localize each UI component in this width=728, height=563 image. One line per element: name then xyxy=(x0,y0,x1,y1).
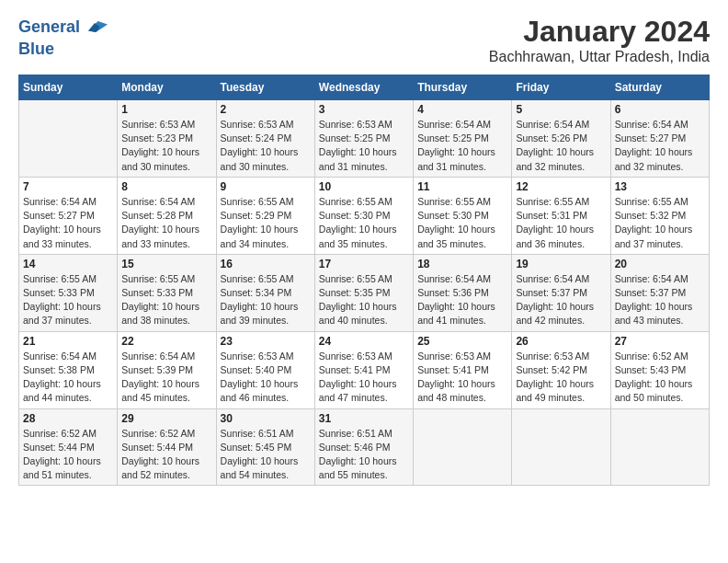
day-info: Sunrise: 6:52 AM Sunset: 5:44 PM Dayligh… xyxy=(23,428,101,481)
calendar-cell: 17Sunrise: 6:55 AM Sunset: 5:35 PM Dayli… xyxy=(314,254,413,331)
day-info: Sunrise: 6:54 AM Sunset: 5:27 PM Dayligh… xyxy=(615,119,693,172)
calendar-cell xyxy=(610,408,709,486)
col-header-sunday: Sunday xyxy=(19,75,118,100)
col-header-saturday: Saturday xyxy=(610,75,709,100)
calendar-week-5: 28Sunrise: 6:52 AM Sunset: 5:44 PM Dayli… xyxy=(19,408,710,486)
day-number: 2 xyxy=(221,103,311,116)
day-info: Sunrise: 6:53 AM Sunset: 5:23 PM Dayligh… xyxy=(121,119,199,172)
day-number: 19 xyxy=(516,258,606,270)
day-info: Sunrise: 6:55 AM Sunset: 5:29 PM Dayligh… xyxy=(221,196,299,249)
calendar-cell: 4Sunrise: 6:54 AM Sunset: 5:25 PM Daylig… xyxy=(414,100,512,178)
day-number: 5 xyxy=(516,103,606,116)
calendar-cell: 26Sunrise: 6:53 AM Sunset: 5:42 PM Dayli… xyxy=(512,331,610,408)
calendar-cell: 5Sunrise: 6:54 AM Sunset: 5:26 PM Daylig… xyxy=(512,100,610,178)
day-number: 28 xyxy=(23,412,113,425)
day-number: 23 xyxy=(221,335,311,348)
page: General Blue January 2024 Bachhrawan, Ut… xyxy=(0,0,728,563)
calendar-cell: 31Sunrise: 6:51 AM Sunset: 5:46 PM Dayli… xyxy=(314,408,413,486)
col-header-friday: Friday xyxy=(512,75,610,100)
calendar-week-2: 7Sunrise: 6:54 AM Sunset: 5:27 PM Daylig… xyxy=(19,177,710,254)
calendar-cell: 12Sunrise: 6:55 AM Sunset: 5:31 PM Dayli… xyxy=(512,177,610,254)
day-number: 4 xyxy=(417,103,507,116)
calendar-cell: 23Sunrise: 6:53 AM Sunset: 5:40 PM Dayli… xyxy=(216,331,314,408)
calendar-cell: 16Sunrise: 6:55 AM Sunset: 5:34 PM Dayli… xyxy=(216,254,314,331)
day-number: 18 xyxy=(417,258,507,270)
logo: General Blue xyxy=(18,15,108,59)
day-info: Sunrise: 6:53 AM Sunset: 5:41 PM Dayligh… xyxy=(319,350,397,404)
calendar-cell: 21Sunrise: 6:54 AM Sunset: 5:38 PM Dayli… xyxy=(19,331,118,408)
day-info: Sunrise: 6:55 AM Sunset: 5:30 PM Dayligh… xyxy=(319,196,397,249)
day-info: Sunrise: 6:51 AM Sunset: 5:46 PM Dayligh… xyxy=(319,428,397,481)
calendar-cell: 24Sunrise: 6:53 AM Sunset: 5:41 PM Dayli… xyxy=(314,331,413,408)
calendar-cell: 3Sunrise: 6:53 AM Sunset: 5:25 PM Daylig… xyxy=(314,100,413,178)
logo-text: General xyxy=(18,18,80,37)
title-block: January 2024 Bachhrawan, Uttar Pradesh, … xyxy=(489,15,710,65)
day-number: 7 xyxy=(23,180,113,193)
day-info: Sunrise: 6:54 AM Sunset: 5:26 PM Dayligh… xyxy=(516,119,594,172)
day-info: Sunrise: 6:54 AM Sunset: 5:27 PM Dayligh… xyxy=(23,196,101,249)
day-info: Sunrise: 6:55 AM Sunset: 5:34 PM Dayligh… xyxy=(221,273,299,327)
calendar-cell: 22Sunrise: 6:54 AM Sunset: 5:39 PM Dayli… xyxy=(118,331,216,408)
calendar-week-1: 1Sunrise: 6:53 AM Sunset: 5:23 PM Daylig… xyxy=(19,100,710,178)
day-info: Sunrise: 6:53 AM Sunset: 5:40 PM Dayligh… xyxy=(221,350,299,404)
col-header-monday: Monday xyxy=(118,75,216,100)
calendar-cell: 14Sunrise: 6:55 AM Sunset: 5:33 PM Dayli… xyxy=(19,254,118,331)
main-title: January 2024 xyxy=(489,15,710,49)
calendar-table: SundayMondayTuesdayWednesdayThursdayFrid… xyxy=(18,75,710,486)
calendar-cell: 30Sunrise: 6:51 AM Sunset: 5:45 PM Dayli… xyxy=(216,408,314,486)
day-number: 16 xyxy=(221,258,311,270)
calendar-cell xyxy=(512,408,610,486)
calendar-cell: 20Sunrise: 6:54 AM Sunset: 5:37 PM Dayli… xyxy=(610,254,709,331)
day-info: Sunrise: 6:53 AM Sunset: 5:42 PM Dayligh… xyxy=(516,350,594,404)
day-number: 30 xyxy=(221,412,311,425)
day-info: Sunrise: 6:54 AM Sunset: 5:37 PM Dayligh… xyxy=(516,273,594,327)
day-number: 24 xyxy=(319,335,409,348)
day-number: 8 xyxy=(121,180,211,193)
day-info: Sunrise: 6:54 AM Sunset: 5:37 PM Dayligh… xyxy=(615,273,693,327)
calendar-cell: 29Sunrise: 6:52 AM Sunset: 5:44 PM Dayli… xyxy=(118,408,216,486)
calendar-cell: 18Sunrise: 6:54 AM Sunset: 5:36 PM Dayli… xyxy=(414,254,512,331)
day-info: Sunrise: 6:55 AM Sunset: 5:35 PM Dayligh… xyxy=(319,273,397,327)
calendar-cell: 11Sunrise: 6:55 AM Sunset: 5:30 PM Dayli… xyxy=(414,177,512,254)
logo-line2: Blue xyxy=(18,40,54,59)
day-info: Sunrise: 6:52 AM Sunset: 5:43 PM Dayligh… xyxy=(615,350,693,404)
calendar-cell: 2Sunrise: 6:53 AM Sunset: 5:24 PM Daylig… xyxy=(216,100,314,178)
day-info: Sunrise: 6:55 AM Sunset: 5:32 PM Dayligh… xyxy=(615,196,693,249)
day-info: Sunrise: 6:53 AM Sunset: 5:24 PM Dayligh… xyxy=(221,119,299,172)
day-number: 21 xyxy=(23,335,113,348)
logo-bird-icon xyxy=(82,15,108,40)
day-number: 29 xyxy=(121,412,211,425)
calendar-cell: 25Sunrise: 6:53 AM Sunset: 5:41 PM Dayli… xyxy=(414,331,512,408)
calendar-week-4: 21Sunrise: 6:54 AM Sunset: 5:38 PM Dayli… xyxy=(19,331,710,408)
calendar-cell xyxy=(414,408,512,486)
day-number: 6 xyxy=(615,103,705,116)
calendar-cell: 27Sunrise: 6:52 AM Sunset: 5:43 PM Dayli… xyxy=(610,331,709,408)
day-info: Sunrise: 6:54 AM Sunset: 5:36 PM Dayligh… xyxy=(417,273,495,327)
day-info: Sunrise: 6:53 AM Sunset: 5:41 PM Dayligh… xyxy=(417,350,495,404)
calendar-cell: 10Sunrise: 6:55 AM Sunset: 5:30 PM Dayli… xyxy=(314,177,413,254)
col-header-wednesday: Wednesday xyxy=(314,75,413,100)
calendar-cell: 1Sunrise: 6:53 AM Sunset: 5:23 PM Daylig… xyxy=(118,100,216,178)
col-header-tuesday: Tuesday xyxy=(216,75,314,100)
day-number: 25 xyxy=(417,335,507,348)
day-info: Sunrise: 6:55 AM Sunset: 5:33 PM Dayligh… xyxy=(121,273,199,327)
day-info: Sunrise: 6:54 AM Sunset: 5:39 PM Dayligh… xyxy=(121,350,199,404)
day-number: 31 xyxy=(319,412,409,425)
col-header-thursday: Thursday xyxy=(414,75,512,100)
day-info: Sunrise: 6:54 AM Sunset: 5:38 PM Dayligh… xyxy=(23,350,101,404)
day-info: Sunrise: 6:55 AM Sunset: 5:33 PM Dayligh… xyxy=(23,273,101,327)
calendar-cell: 6Sunrise: 6:54 AM Sunset: 5:27 PM Daylig… xyxy=(610,100,709,178)
day-number: 10 xyxy=(319,180,409,193)
header: General Blue January 2024 Bachhrawan, Ut… xyxy=(18,15,710,65)
calendar-cell: 7Sunrise: 6:54 AM Sunset: 5:27 PM Daylig… xyxy=(19,177,118,254)
calendar-cell: 8Sunrise: 6:54 AM Sunset: 5:28 PM Daylig… xyxy=(118,177,216,254)
calendar-cell: 28Sunrise: 6:52 AM Sunset: 5:44 PM Dayli… xyxy=(19,408,118,486)
calendar-cell: 15Sunrise: 6:55 AM Sunset: 5:33 PM Dayli… xyxy=(118,254,216,331)
day-number: 12 xyxy=(516,180,606,193)
day-number: 22 xyxy=(121,335,211,348)
day-number: 13 xyxy=(615,180,705,193)
calendar-cell xyxy=(19,100,118,178)
day-number: 11 xyxy=(417,180,507,193)
day-number: 15 xyxy=(121,258,211,270)
day-number: 26 xyxy=(516,335,606,348)
